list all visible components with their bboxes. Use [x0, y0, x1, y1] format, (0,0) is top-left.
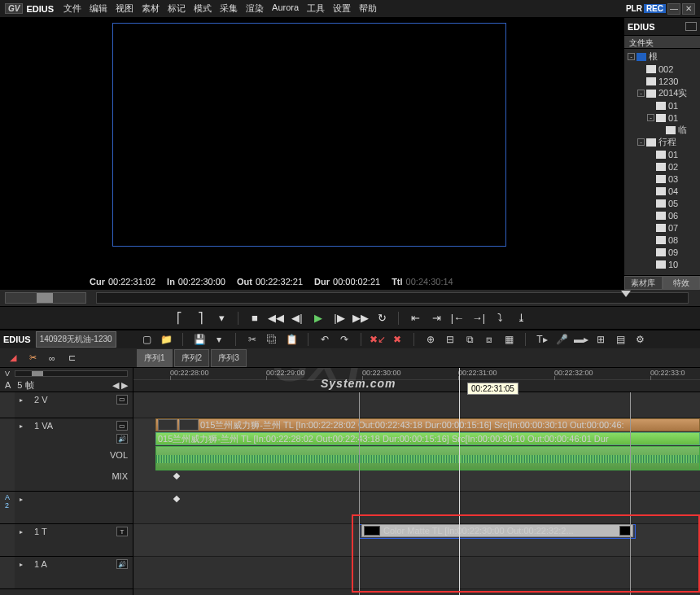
- link-mode-icon[interactable]: ∞: [46, 352, 59, 365]
- menu-edit[interactable]: 编辑: [90, 2, 107, 15]
- time-ruler[interactable]: 00:22:28:0000:22:29:0000:22:30:0000:22:3…: [133, 368, 700, 392]
- link-icon[interactable]: ⧈: [483, 333, 496, 346]
- group-icon[interactable]: ▦: [502, 333, 515, 346]
- toggle-icon[interactable]: ⊞: [594, 333, 607, 346]
- position-bar[interactable]: [96, 292, 689, 304]
- track-header-a2[interactable]: A2 ▸: [0, 492, 133, 524]
- menu-file[interactable]: 文件: [63, 2, 81, 15]
- tc-cur-value[interactable]: 00:22:31:02: [108, 277, 155, 287]
- menu-settings[interactable]: 设置: [333, 2, 351, 15]
- prev-edit-button[interactable]: ⇤: [407, 311, 423, 326]
- snap-mode-icon[interactable]: ⊏: [65, 352, 78, 365]
- menu-tools[interactable]: 工具: [307, 2, 325, 15]
- minimize-button[interactable]: —: [667, 3, 680, 15]
- track-header-2v[interactable]: ▸2 V▭: [0, 392, 133, 418]
- project-name[interactable]: 140928无机油-1230: [36, 331, 116, 348]
- save-icon[interactable]: 💾: [193, 333, 206, 346]
- tree-item[interactable]: 1230: [624, 75, 700, 87]
- dropdown-icon[interactable]: ▾: [213, 311, 230, 326]
- preview-frame[interactable]: [112, 23, 506, 247]
- set-out-button[interactable]: ⎤: [192, 311, 208, 326]
- lane-1t[interactable]: Color Matte TL [In:00:22:30:00 Out:00:22…: [133, 524, 700, 557]
- tc-in-value[interactable]: 00:22:30:00: [178, 277, 225, 287]
- add-cut-icon[interactable]: ⊕: [424, 333, 437, 346]
- bin-tab-effects[interactable]: 特效: [663, 276, 701, 290]
- bin-folder-icon[interactable]: [685, 22, 697, 31]
- undo-icon[interactable]: ↶: [318, 333, 331, 346]
- trim-icon[interactable]: ⊟: [444, 333, 457, 346]
- bin-tab-library[interactable]: 素材库: [624, 276, 663, 290]
- audio-waveform[interactable]: [155, 446, 700, 470]
- lane-a2[interactable]: [133, 492, 700, 524]
- copy-icon[interactable]: ⿻: [265, 333, 278, 346]
- next-edit-button[interactable]: ⇥: [428, 311, 444, 326]
- seq-tab-3[interactable]: 序列3: [211, 349, 247, 367]
- lane-1va[interactable]: 015兰州威力狮-兰州 TL [In:00:22:28:02 Out:00:22…: [133, 418, 700, 492]
- tree-item[interactable]: 10: [624, 258, 700, 270]
- tree-item[interactable]: -2014实: [624, 87, 700, 99]
- tree-item[interactable]: 05: [624, 197, 700, 209]
- title-toggle-icon[interactable]: T: [116, 527, 128, 536]
- audio-clip[interactable]: 015兰州威力狮-兰州 TL [In:00:22:28:02 Out:00:22…: [155, 432, 700, 445]
- speaker-icon[interactable]: 🔊: [116, 434, 128, 444]
- tree-item[interactable]: 09: [624, 246, 700, 258]
- seq-tab-1[interactable]: 序列1: [137, 349, 173, 367]
- menu-capture[interactable]: 采集: [220, 2, 238, 15]
- next-frame-button[interactable]: |▶: [331, 311, 348, 326]
- overwrite-button[interactable]: ⤓: [513, 311, 529, 326]
- tree-item[interactable]: 07: [624, 221, 700, 234]
- mic-icon[interactable]: 🎤: [555, 333, 568, 346]
- tree-item[interactable]: 01: [624, 148, 700, 160]
- bin-tree[interactable]: -根0021230-2014实01-01临-行程0102030405060708…: [624, 49, 700, 275]
- trim-mode-icon[interactable]: ✂: [26, 352, 39, 365]
- tree-item[interactable]: -根: [624, 50, 700, 63]
- position-marker[interactable]: [621, 291, 631, 297]
- layout-icon[interactable]: ▤: [614, 333, 627, 346]
- menu-render[interactable]: 渲染: [246, 2, 264, 15]
- scale-value[interactable]: 5 帧: [17, 379, 33, 392]
- menu-mode[interactable]: 模式: [194, 2, 212, 15]
- shuttle-slider[interactable]: [5, 292, 86, 304]
- video-clip[interactable]: 015兰州威力狮-兰州 TL [In:00:22:28:02 Out:00:22…: [155, 418, 700, 431]
- tree-item[interactable]: 01: [624, 99, 700, 112]
- open-icon[interactable]: 📁: [160, 333, 173, 346]
- tree-item[interactable]: -01: [624, 112, 700, 124]
- menu-aurora[interactable]: Aurora: [272, 2, 299, 15]
- close-button[interactable]: ✕: [682, 3, 695, 15]
- menu-clip[interactable]: 素材: [142, 2, 160, 15]
- seq-tab-2[interactable]: 序列2: [174, 349, 210, 367]
- tree-item[interactable]: 03: [624, 173, 700, 185]
- tree-item[interactable]: 临: [624, 124, 700, 136]
- lane-2v[interactable]: [133, 392, 700, 418]
- tree-item[interactable]: 08: [624, 234, 700, 246]
- render-icon[interactable]: ▬▸: [575, 333, 588, 346]
- tree-item[interactable]: 04: [624, 185, 700, 197]
- set-in-button[interactable]: ⎡: [171, 311, 187, 326]
- color-matte-clip[interactable]: Color Matte TL [In:00:22:30:00 Out:00:22…: [361, 524, 633, 537]
- rewind-button[interactable]: ◀◀: [268, 311, 284, 326]
- goto-out-button[interactable]: →|: [470, 311, 487, 326]
- expand-icon[interactable]: ▸: [20, 422, 26, 429]
- fastfwd-button[interactable]: ▶▶: [352, 311, 369, 326]
- tree-item[interactable]: 06: [624, 209, 700, 221]
- dropdown-icon[interactable]: ▾: [212, 333, 225, 346]
- track-header-1va[interactable]: ▸1 VA▭ 🔊 VOL MIX: [0, 418, 133, 492]
- keyframe-icon[interactable]: [173, 473, 180, 479]
- settings-icon[interactable]: ⚙: [633, 333, 646, 346]
- track-header-1t[interactable]: ▸1 TT: [0, 524, 133, 557]
- tc-out-value[interactable]: 00:22:32:21: [256, 277, 303, 287]
- delete-icon[interactable]: ✖: [391, 333, 404, 346]
- menu-view[interactable]: 视图: [116, 2, 133, 15]
- zoom-slider[interactable]: [15, 370, 128, 377]
- menu-help[interactable]: 帮助: [359, 2, 377, 15]
- playhead[interactable]: 00:22:31:05: [459, 368, 460, 595]
- prev-frame-button[interactable]: ◀|: [289, 311, 305, 326]
- play-button[interactable]: ▶: [310, 311, 326, 326]
- expand-icon[interactable]: ▸: [20, 396, 26, 403]
- mode-rec[interactable]: REC: [644, 4, 666, 13]
- title-icon[interactable]: T▸: [536, 333, 549, 346]
- paste-icon[interactable]: 📋: [285, 333, 298, 346]
- speaker-icon[interactable]: 🔊: [116, 559, 128, 569]
- menu-marker[interactable]: 标记: [168, 2, 186, 15]
- ripple-delete-icon[interactable]: ✖↙: [371, 333, 384, 346]
